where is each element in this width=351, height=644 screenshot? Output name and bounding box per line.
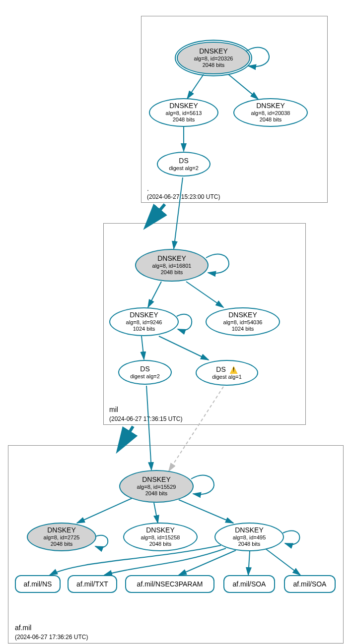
node-title: DNSKEY [235, 526, 264, 534]
node-bits: 1024 bits [232, 326, 254, 332]
node-mil-ds1: DS digest alg=2 [118, 360, 172, 385]
node-alg: alg=8, id=20326 [194, 56, 233, 62]
node-title: DNSKEY [142, 475, 171, 484]
node-title: DNSKEY [157, 254, 186, 263]
zone-mil-date: (2024-06-27 17:36:15 UTC) [109, 415, 182, 422]
node-root-zsk2: DNSKEY alg=8, id=20038 2048 bits [233, 98, 308, 127]
node-af-k4: DNSKEY alg=8, id=495 2048 bits [214, 523, 284, 551]
node-alg: alg=8, id=20038 [251, 110, 290, 117]
node-title: af.mil/NS [24, 580, 52, 588]
node-af-k2: DNSKEY alg=8, id=2725 2048 bits [27, 523, 96, 551]
node-rr-ns: af.mil/NS [15, 575, 61, 593]
node-alg: alg=8, id=2725 [44, 534, 80, 541]
zone-afmil-label: af.mil [15, 624, 31, 632]
node-alg: alg=8, id=15258 [141, 534, 180, 541]
node-bits: 2048 bits [203, 62, 225, 68]
node-bits: 2048 bits [145, 490, 168, 497]
node-title: af.mil/SOA [233, 580, 266, 588]
node-alg: alg=8, id=5613 [166, 110, 202, 117]
zone-mil-label: mil [109, 406, 118, 413]
node-bits: 2048 bits [51, 541, 73, 547]
node-alg: alg=8, id=54036 [223, 319, 263, 326]
node-bits: 2048 bits [260, 117, 282, 123]
node-mil-zsk1: DNSKEY alg=8, id=9246 1024 bits [109, 307, 179, 336]
node-title: af.mil/SOA [293, 580, 327, 588]
node-title: af.mil/TXT [76, 580, 108, 588]
node-title: DNSKEY [130, 311, 158, 319]
zone-afmil-date: (2024-06-27 17:36:26 UTC) [15, 634, 88, 641]
node-bits: 2048 bits [161, 269, 183, 276]
node-title: DS [140, 365, 149, 373]
node-sub: digest alg=2 [169, 165, 199, 172]
node-alg: alg=8, id=495 [233, 534, 266, 541]
node-title: DNSKEY [256, 102, 285, 110]
node-mil-zsk2: DNSKEY alg=8, id=54036 1024 bits [206, 307, 280, 336]
node-bits: 1024 bits [133, 326, 155, 332]
node-root-ksk: DNSKEY alg=8, id=20326 2048 bits [177, 42, 250, 74]
node-title: DS [216, 365, 237, 374]
node-rr-soa1: af.mil/SOA [223, 575, 275, 593]
warning-icon [230, 366, 238, 374]
node-sub: digest alg=2 [130, 373, 160, 380]
node-af-k3: DNSKEY alg=8, id=15258 2048 bits [123, 523, 198, 551]
node-title: DNSKEY [146, 526, 175, 534]
node-title: DNSKEY [228, 311, 257, 319]
zone-root-date: (2024-06-27 15:23:00 UTC) [147, 193, 220, 200]
node-bits: 2048 bits [173, 117, 195, 123]
node-title: af.mil/NSEC3PARAM [137, 580, 203, 588]
node-title: DNSKEY [199, 47, 228, 56]
node-rr-txt: af.mil/TXT [68, 575, 117, 593]
node-alg: alg=8, id=9246 [126, 319, 162, 326]
node-title: DNSKEY [47, 526, 76, 534]
node-root-zsk1: DNSKEY alg=8, id=5613 2048 bits [149, 98, 218, 127]
node-rr-nsec: af.mil/NSEC3PARAM [125, 575, 214, 593]
node-mil-ksk: DNSKEY alg=8, id=16801 2048 bits [135, 249, 209, 282]
node-title: DS [179, 157, 188, 165]
zone-root-label: . [147, 184, 149, 192]
ds-label: DS [216, 365, 225, 373]
node-alg: alg=8, id=15529 [137, 484, 176, 490]
node-bits: 2048 bits [149, 541, 172, 547]
node-sub: digest alg=1 [212, 374, 242, 380]
node-rr-soa2: af.mil/SOA [284, 575, 336, 593]
node-root-ds: DS digest alg=2 [157, 152, 211, 176]
node-mil-ds2: DS digest alg=1 [196, 360, 258, 386]
node-alg: alg=8, id=16801 [152, 263, 192, 269]
node-af-ksk: DNSKEY alg=8, id=15529 2048 bits [119, 470, 194, 503]
node-bits: 2048 bits [238, 541, 261, 547]
node-title: DNSKEY [169, 102, 198, 110]
